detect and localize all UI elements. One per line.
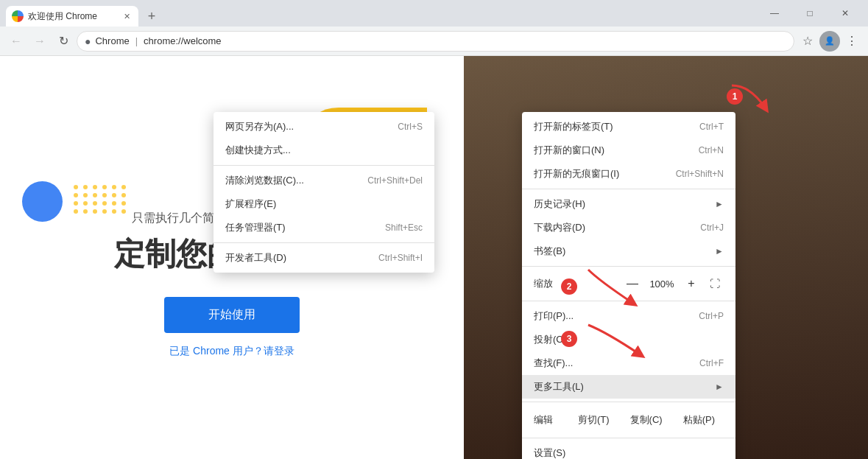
edit-label: 编辑 bbox=[534, 413, 553, 427]
menu-item-bookmarks[interactable]: 书签(B) ► bbox=[522, 239, 735, 263]
submenu-item-clear-data[interactable]: 清除浏览数据(C)... Ctrl+Shift+Del bbox=[214, 169, 434, 192]
menu-divider-3 bbox=[522, 301, 735, 301]
back-button[interactable]: ← bbox=[6, 31, 27, 52]
menu-item-cast[interactable]: 投射(C)... bbox=[522, 328, 735, 351]
address-bar[interactable]: ● Chrome | chrome://welcome bbox=[77, 31, 794, 52]
submenu-divider-1 bbox=[214, 165, 434, 166]
dots-grid bbox=[74, 185, 127, 214]
title-bar: 欢迎使用 Chrome ✕ + — □ ✕ bbox=[0, 0, 868, 27]
active-tab[interactable]: 欢迎使用 Chrome ✕ bbox=[6, 6, 138, 27]
copy-button[interactable]: 复制(C) bbox=[621, 410, 671, 430]
annotation-badge-3: 3 bbox=[561, 331, 577, 347]
new-tab-button[interactable]: + bbox=[141, 6, 162, 27]
start-button[interactable]: 开始使用 bbox=[164, 297, 300, 333]
zoom-expand-button[interactable]: ⛶ bbox=[706, 275, 724, 292]
submenu-item-save-page[interactable]: 网页另存为(A)... Ctrl+S bbox=[214, 115, 434, 139]
page-content: 只需执行几个简单的步骤，即可完成浏 定制您的专属 Ch 开始使用 已是 Chro… bbox=[0, 56, 868, 459]
browser-frame: 欢迎使用 Chrome ✕ + — □ ✕ ← → ↻ ● Chrome | c… bbox=[0, 0, 868, 459]
bookmarks-arrow: ► bbox=[715, 246, 724, 256]
tab-favicon bbox=[12, 10, 24, 22]
zoom-minus-button[interactable]: — bbox=[624, 275, 641, 292]
menu-item-downloads[interactable]: 下载内容(D) Ctrl+J bbox=[522, 216, 735, 239]
menu-divider-5 bbox=[522, 438, 735, 438]
secure-icon: ● bbox=[85, 35, 91, 47]
cut-button[interactable]: 剪切(T) bbox=[569, 410, 618, 430]
submenu-item-shortcut[interactable]: 创建快捷方式... bbox=[214, 139, 434, 162]
close-button[interactable]: ✕ bbox=[828, 0, 862, 27]
menu-item-new-tab[interactable]: 打开新的标签页(T) Ctrl+T bbox=[522, 115, 735, 139]
menu-item-settings[interactable]: 设置(S) bbox=[522, 441, 735, 459]
zoom-control: — 100% + ⛶ bbox=[624, 275, 724, 292]
login-link[interactable]: 已是 Chrome 用户？请登录 bbox=[169, 345, 294, 358]
blue-circle bbox=[22, 181, 63, 222]
menu-item-more-tools[interactable]: 更多工具(L) ► bbox=[522, 375, 735, 399]
submenu-item-devtools[interactable]: 开发者工具(D) Ctrl+Shift+I bbox=[214, 246, 434, 270]
menu-divider-1 bbox=[522, 189, 735, 189]
zoom-value: 100% bbox=[647, 278, 677, 290]
menu-item-history[interactable]: 历史记录(H) ► bbox=[522, 192, 735, 216]
submenu-item-task-manager[interactable]: 任务管理器(T) Shift+Esc bbox=[214, 216, 434, 239]
submenu-divider-2 bbox=[214, 242, 434, 243]
menu-button[interactable]: ⋮ bbox=[841, 31, 862, 52]
profile-button[interactable]: 👤 bbox=[819, 31, 840, 52]
menu-divider-2 bbox=[522, 266, 735, 267]
forward-button[interactable]: → bbox=[29, 31, 50, 52]
tab-bar: 欢迎使用 Chrome ✕ + bbox=[6, 0, 758, 27]
zoom-label: 缩放 bbox=[534, 277, 553, 290]
toolbar-actions: ☆ 👤 ⋮ bbox=[797, 31, 862, 52]
maximize-button[interactable]: □ bbox=[793, 0, 827, 27]
more-tools-arrow: ► bbox=[715, 382, 724, 392]
submenu-item-extensions[interactable]: 扩展程序(E) bbox=[214, 192, 434, 216]
address-domain: Chrome bbox=[95, 35, 129, 46]
more-tools-submenu: 网页另存为(A)... Ctrl+S 创建快捷方式... 清除浏览数据(C)..… bbox=[214, 112, 434, 273]
paste-button[interactable]: 粘贴(P) bbox=[674, 410, 724, 430]
tab-close-button[interactable]: ✕ bbox=[121, 10, 133, 22]
menu-item-incognito[interactable]: 打开新的无痕窗口(I) Ctrl+Shift+N bbox=[522, 162, 735, 186]
window-controls: — □ ✕ bbox=[758, 0, 862, 27]
menu-item-print[interactable]: 打印(P)... Ctrl+P bbox=[522, 304, 735, 328]
menu-divider-4 bbox=[522, 402, 735, 402]
tab-title: 欢迎使用 Chrome bbox=[28, 10, 116, 23]
bookmark-button[interactable]: ☆ bbox=[797, 31, 818, 52]
zoom-plus-button[interactable]: + bbox=[682, 275, 700, 292]
menu-item-new-window[interactable]: 打开新的窗口(N) Ctrl+N bbox=[522, 139, 735, 162]
edit-actions: 剪切(T) 复制(C) 粘贴(P) bbox=[569, 410, 724, 430]
address-separator: | bbox=[135, 35, 138, 46]
menu-item-edit: 编辑 剪切(T) 复制(C) 粘贴(P) bbox=[522, 405, 735, 435]
annotation-badge-1: 1 bbox=[727, 88, 743, 105]
main-menu: 打开新的标签页(T) Ctrl+T 打开新的窗口(N) Ctrl+N 打开新的无… bbox=[522, 112, 735, 459]
menu-item-zoom: 缩放 — 100% + ⛶ bbox=[522, 270, 735, 298]
minimize-button[interactable]: — bbox=[758, 0, 791, 27]
refresh-button[interactable]: ↻ bbox=[53, 31, 74, 52]
address-url: chrome://welcome bbox=[144, 35, 221, 46]
annotation-badge-2: 2 bbox=[561, 278, 577, 295]
navigation-bar: ← → ↻ ● Chrome | chrome://welcome ☆ 👤 ⋮ bbox=[0, 27, 868, 56]
menu-item-find[interactable]: 查找(F)... Ctrl+F bbox=[522, 351, 735, 375]
history-arrow: ► bbox=[715, 199, 724, 209]
